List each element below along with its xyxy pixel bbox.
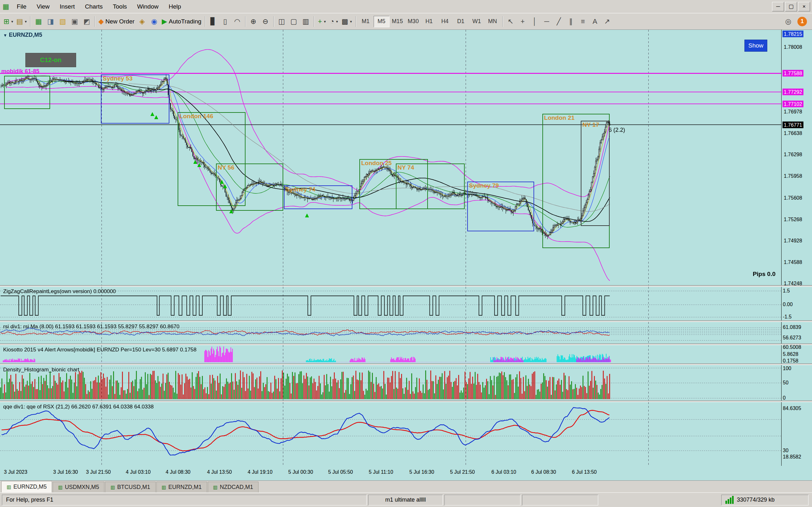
scale-label: 0.1758 (783, 358, 798, 364)
timeframe-m5-button[interactable]: M5 (374, 16, 390, 27)
kiosotto-area[interactable]: Kiosotto 2015 v4 Alert Arrows[mobidik] E… (0, 345, 781, 363)
density-pane: Density_Histogram_bionic chart 100500 (0, 365, 812, 400)
timeframe-m15-button[interactable]: M15 (390, 16, 405, 27)
close-button[interactable]: × (798, 2, 810, 11)
autotrading-button[interactable]: ▶AutoTrading (160, 15, 203, 28)
timeframe-h1-button[interactable]: H1 (421, 16, 437, 27)
scale-label: 18.8582 (783, 454, 801, 460)
timeframe-m30-button[interactable]: M30 (405, 16, 421, 27)
navigator-button[interactable]: ▧ (56, 15, 68, 28)
news-badge[interactable]: 1 (798, 17, 807, 26)
chart-tab-label: EURNZD,M5 (13, 484, 47, 490)
chart-tab-usdmxn-m5[interactable]: ▥USDMXN,M5 (53, 482, 104, 493)
metaeditor-button[interactable]: ◈ (136, 15, 148, 28)
chevron-down-icon[interactable]: ▾ (350, 19, 352, 24)
buy-arrow-icon: ▲ (196, 161, 203, 168)
status-template-name: m1 ultimate alllll (368, 495, 443, 505)
trendline-tool-button[interactable]: ╱ (553, 15, 565, 28)
time-label: 6 Jul 13:50 (572, 469, 597, 475)
menu-window[interactable]: Window (132, 0, 164, 13)
qqe-area[interactable]: qqe div1: qqe of RSX (21,2) 66.2620 67.6… (0, 402, 781, 466)
menu-help[interactable]: Help (164, 0, 186, 13)
fibonacci-tool-button[interactable]: ≡ (577, 15, 589, 28)
arrow-tool-button[interactable]: ↗ (601, 15, 613, 28)
zoom-out-button[interactable]: ⊖ (259, 15, 271, 28)
new-order-button[interactable]: ◆New Order (97, 15, 136, 28)
chevron-down-icon[interactable]: ▾ (25, 19, 27, 24)
pips-label: Pips 0.0 (753, 271, 775, 278)
menu-insert[interactable]: Insert (55, 0, 80, 13)
session-box: Sydney 74 (284, 185, 352, 209)
timeframe-h4-button[interactable]: H4 (437, 16, 453, 27)
vertical-line-tool-button[interactable]: │ (529, 15, 541, 28)
market-watch-button[interactable]: ▦ (32, 15, 44, 28)
rsi-pane: rsi div1: rsi Ma (8.00) 61.1593 61.1593 … (0, 322, 812, 343)
line-chart-button[interactable]: ◠ (231, 15, 243, 28)
text-tool-button[interactable]: A (589, 15, 601, 28)
main-chart-canvas[interactable] (0, 30, 781, 285)
chevron-down-icon[interactable]: ▾ (11, 19, 13, 24)
tile-windows-button[interactable]: ◫ (275, 15, 288, 28)
arrange-windows-button[interactable]: ▥ (300, 15, 312, 28)
timeframe-mn-button[interactable]: MN (485, 16, 501, 27)
zoom-in-button[interactable]: ⊕ (247, 15, 259, 28)
scale-label: 30 (783, 448, 789, 453)
timeframe-d1-button[interactable]: D1 (453, 16, 469, 27)
minimize-button[interactable]: ─ (772, 2, 784, 11)
chart-tab-eurnzd-m1[interactable]: ▥EURNZD,M1 (156, 482, 207, 493)
periods-button[interactable]: ◔▾ (328, 15, 340, 28)
status-empty-2 (522, 495, 598, 505)
templates-button[interactable]: ▩▾ (340, 15, 354, 28)
rsi-area[interactable]: rsi div1: rsi Ma (8.00) 61.1593 61.1593 … (0, 322, 781, 343)
buy-arrow-icon: ▲ (153, 113, 159, 120)
session-box: NY 17 (581, 121, 610, 226)
timeframe-w1-button[interactable]: W1 (469, 16, 485, 27)
chart-symbol-label: ▼ EURNZD,M5 (3, 32, 42, 38)
zigzag-canvas (0, 287, 781, 320)
horizontal-line-tool-button[interactable]: ─ (541, 15, 553, 28)
experts-button[interactable]: ◉ (148, 15, 160, 28)
session-box: Sydney 79 (467, 181, 534, 231)
bar-chart-button-icon: ▊ (210, 17, 216, 26)
search-button[interactable]: ◎ (782, 15, 794, 28)
chart-tab-eurnzd-m5[interactable]: ▥EURNZD,M5 (1, 481, 52, 493)
profiles-button[interactable]: ▤▾ (14, 15, 28, 28)
timeframe-m1-button[interactable]: M1 (358, 16, 374, 27)
session-label: NY 17 (582, 121, 599, 128)
toolbar-separator (314, 16, 314, 27)
menu-charts[interactable]: Charts (80, 0, 108, 13)
price-scale-label: 1.75608 (782, 194, 802, 201)
session-label: Sydney 79 (469, 182, 499, 189)
tile-windows-button-icon: ◫ (278, 17, 285, 26)
main-chart-area[interactable]: ▼ EURNZD,M5 C12-on mobidik 61-85 Show Pi… (0, 30, 781, 285)
session-box (4, 76, 50, 109)
toolbar-separator (502, 16, 503, 27)
cursor-tool-button[interactable]: ↖ (505, 15, 517, 28)
cascade-windows-button[interactable]: ▢ (288, 15, 300, 28)
candlestick-chart-button[interactable]: ▯ (219, 15, 231, 28)
chart-tab-nzdcad-m1[interactable]: ▥NZDCAD,M1 (208, 482, 258, 493)
show-button[interactable]: Show (745, 40, 767, 52)
chart-menu-arrow-icon[interactable]: ▼ (3, 33, 7, 38)
menu-view[interactable]: View (32, 0, 55, 13)
bar-chart-button[interactable]: ▊ (207, 15, 219, 28)
zigzag-area[interactable]: ZigZagCallRepaintLegs(own version) 0.000… (0, 287, 781, 320)
crosshair-tool-button[interactable]: + (517, 15, 529, 28)
strategy-tester-button[interactable]: ◩ (81, 15, 93, 28)
kiosotto-title: Kiosotto 2015 v4 Alert Arrows[mobidik] E… (3, 347, 197, 353)
data-window-button[interactable]: ◨ (44, 15, 56, 28)
density-area[interactable]: Density_Histogram_bionic chart (0, 365, 781, 400)
time-label: 5 Jul 00:30 (288, 469, 313, 475)
chevron-down-icon[interactable]: ▾ (336, 19, 338, 24)
menu-file[interactable]: File (12, 0, 32, 13)
time-label: 3 Jul 2023 (4, 469, 27, 475)
chart-tab-btcusd-m1[interactable]: ▥BTCUSD,M1 (105, 482, 155, 493)
new-chart-button[interactable]: ⊞▾ (2, 15, 14, 28)
cascade-windows-button-icon: ▢ (290, 17, 297, 26)
terminal-button[interactable]: ▣ (68, 15, 81, 28)
indicators-button[interactable]: +▾ (316, 15, 328, 28)
restore-button[interactable]: ▢ (785, 2, 797, 11)
channel-tool-button[interactable]: ∥ (565, 15, 577, 28)
chevron-down-icon[interactable]: ▾ (324, 19, 326, 24)
menu-tools[interactable]: Tools (108, 0, 132, 13)
